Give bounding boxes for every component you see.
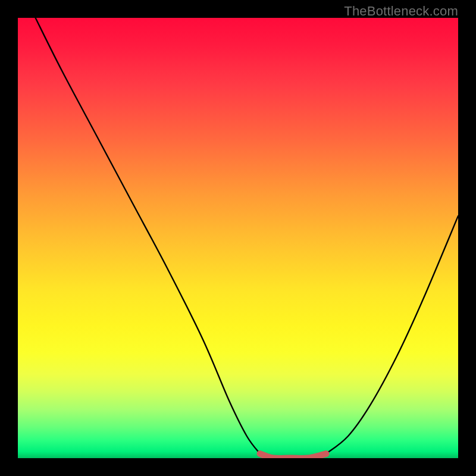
recommended-segment: [260, 454, 326, 458]
attribution-label: TheBottleneck.com: [344, 4, 458, 19]
curve-left: [36, 18, 260, 454]
chart-frame: TheBottleneck.com: [0, 0, 476, 476]
plot-area: [18, 18, 458, 458]
curve-layer: [18, 18, 458, 458]
curve-right: [326, 216, 458, 454]
